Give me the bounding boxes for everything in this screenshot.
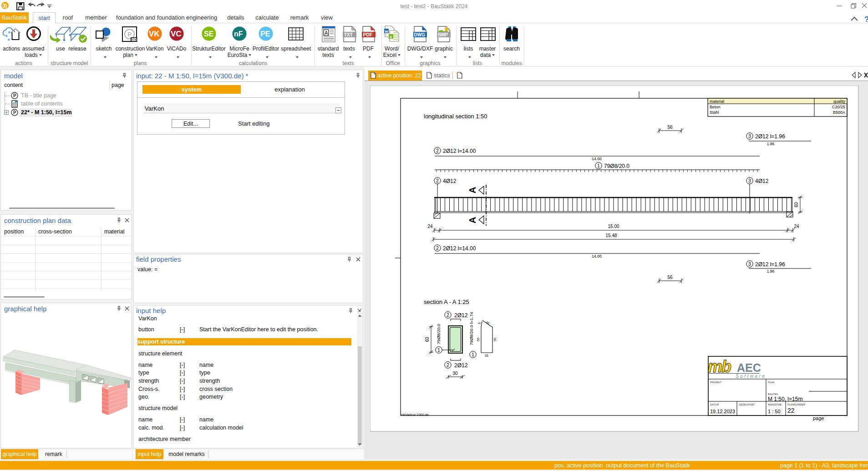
svg-text:1: 1 (472, 352, 474, 357)
svg-text:mbVarKon V300.de: mbVarKon V300.de (401, 413, 429, 416)
svg-text:BMP: BMP (438, 32, 448, 37)
svg-text:✳: ✳ (8, 30, 11, 35)
svg-text:quality: quality (833, 99, 846, 104)
svg-text:A: A (467, 187, 477, 193)
svg-text:PLAN: PLAN (768, 381, 774, 384)
svg-text:4Ø12: 4Ø12 (755, 178, 769, 184)
svg-text:2Ø12: 2Ø12 (454, 312, 468, 319)
svg-text:A: A (467, 217, 477, 223)
svg-text:1.96: 1.96 (767, 142, 775, 146)
svg-text:nF: nF (234, 30, 243, 38)
svg-text:M 1:50, l=15m: M 1:50, l=15m (768, 396, 802, 402)
svg-text:section A - A 1:25: section A - A 1:25 (424, 299, 469, 305)
svg-text:PE: PE (260, 30, 270, 38)
svg-text:P: P (128, 31, 132, 38)
svg-text:22: 22 (787, 407, 795, 414)
svg-text:Beton: Beton (710, 105, 721, 109)
svg-text:VC: VC (171, 30, 182, 38)
svg-text:2Ø12 l=14.00: 2Ø12 l=14.00 (443, 245, 476, 252)
svg-text:2: 2 (447, 362, 449, 368)
svg-text:C20/25: C20/25 (832, 105, 845, 109)
svg-text:2: 2 (436, 245, 439, 251)
svg-text:2: 2 (436, 178, 439, 183)
svg-text:w: w (385, 29, 389, 34)
svg-text:✳: ✳ (7, 38, 10, 42)
svg-text:SE: SE (204, 30, 214, 38)
svg-text:2Ø12 l=1.96: 2Ø12 l=1.96 (755, 261, 785, 268)
svg-text:2: 2 (447, 312, 449, 318)
svg-text:79Ø8/20.0: 79Ø8/20.0 (604, 163, 629, 169)
svg-text:P: P (13, 110, 16, 115)
svg-text:B500A: B500A (833, 110, 845, 115)
svg-text:79Ø8/20.0 l=1.74: 79Ø8/20.0 l=1.74 (469, 312, 474, 345)
svg-text:1 : 50: 1 : 50 (768, 409, 781, 414)
svg-text:?: ? (864, 15, 868, 23)
svg-text:30: 30 (452, 371, 458, 376)
svg-text:longitudinal section 1:50: longitudinal section 1:50 (424, 113, 487, 120)
svg-text:Software: Software (736, 374, 766, 379)
svg-text:material: material (710, 99, 724, 104)
svg-text:4Ø12: 4Ø12 (443, 178, 457, 184)
svg-text:2Ø12: 2Ø12 (454, 362, 468, 369)
svg-text:24: 24 (794, 224, 799, 229)
svg-text:DWG: DWG (414, 32, 426, 37)
svg-text:19.12.2023: 19.12.2023 (710, 409, 735, 414)
svg-text:x: x (390, 35, 392, 39)
svg-text:PROJEKT: PROJEKT (710, 381, 722, 384)
svg-text:26: 26 (485, 354, 488, 357)
svg-text:60: 60 (794, 202, 799, 208)
svg-text:60: 60 (425, 337, 430, 342)
svg-text:56: 56 (667, 125, 673, 130)
svg-text:3: 3 (748, 178, 751, 183)
svg-text:56: 56 (493, 338, 497, 341)
svg-text:2Ø12 l=1.96: 2Ø12 l=1.96 (755, 133, 785, 140)
svg-text:56: 56 (477, 338, 480, 341)
svg-text:15.00: 15.00 (608, 224, 619, 229)
svg-text:BAUTEIL: BAUTEIL (768, 393, 778, 395)
svg-text:Stahl: Stahl (710, 110, 719, 115)
svg-text:14.00: 14.00 (592, 254, 602, 258)
svg-text:1.96: 1.96 (767, 269, 775, 273)
svg-text:3: 3 (748, 261, 751, 267)
svg-text:DATUM: DATUM (710, 403, 719, 406)
svg-text:14.00: 14.00 (592, 157, 602, 161)
svg-text:15.48: 15.48 (605, 233, 617, 238)
svg-text:GEZEICHNET: GEZEICHNET (739, 403, 755, 406)
svg-text:PLANNUMMER: PLANNUMMER (787, 403, 805, 406)
svg-text:TXT: TXT (344, 32, 353, 37)
svg-text:✳: ✳ (456, 71, 459, 76)
svg-text:1: 1 (437, 347, 440, 353)
svg-text:page: page (813, 415, 824, 421)
svg-text:mb: mb (708, 357, 731, 376)
svg-text:PDF: PDF (363, 32, 373, 37)
svg-text:A: A (325, 30, 328, 35)
svg-text:2Ø12 l=14.00: 2Ø12 l=14.00 (443, 148, 476, 154)
svg-text:MASSSTAB: MASSSTAB (768, 403, 782, 406)
svg-text:56: 56 (667, 275, 673, 280)
svg-text:VK: VK (149, 30, 160, 38)
svg-text:P: P (13, 93, 16, 98)
svg-text:3: 3 (748, 133, 751, 139)
svg-text:1: 1 (597, 163, 600, 168)
svg-text:2: 2 (436, 148, 439, 153)
svg-text:24: 24 (427, 224, 433, 229)
svg-text:AEC: AEC (737, 361, 761, 374)
svg-text:79Ø8/20.0: 79Ø8/20.0 (436, 324, 441, 344)
